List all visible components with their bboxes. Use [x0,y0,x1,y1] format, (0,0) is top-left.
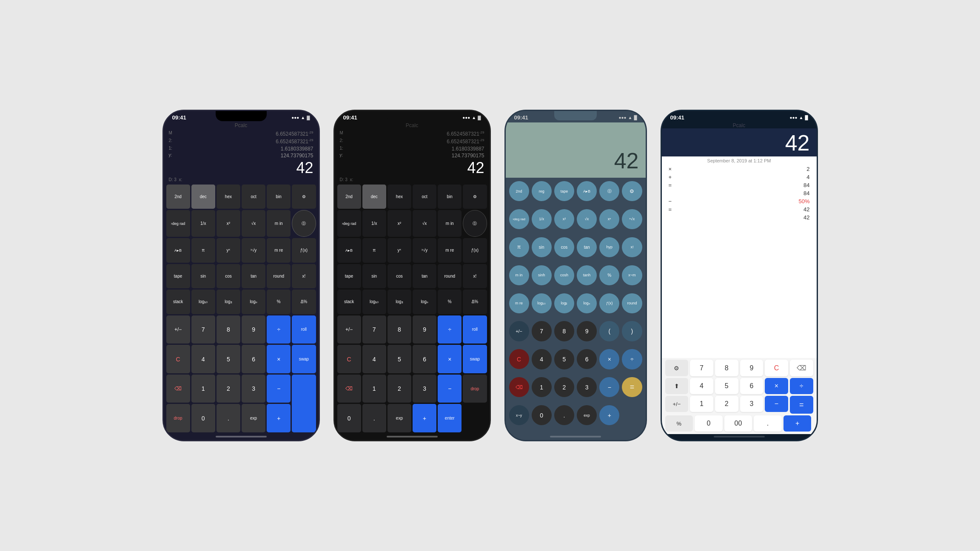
btn-nrty-2[interactable]: ʸ√y [413,238,436,263]
btn-sq-3[interactable]: x² [554,209,574,229]
btn-sub-2[interactable]: − [438,375,462,403]
btn-sub-1[interactable]: − [267,375,291,403]
btn-bin-1[interactable]: bin [267,185,291,209]
btn-cos-1[interactable]: cos [217,264,240,289]
btn-sin-3[interactable]: sin [532,237,552,257]
btn-roll-2[interactable]: roll [463,315,487,344]
btn-mul-2[interactable]: × [438,345,462,373]
btn-inv-2[interactable]: 1/x [362,210,386,237]
btn-1-3[interactable]: 1 [532,377,552,397]
btn-div-2[interactable]: ÷ [438,315,462,344]
btn-sqrt-2[interactable]: √x [413,210,436,237]
btn-dec-1[interactable]: dec [191,185,215,209]
btn-0-2[interactable]: 0 [337,404,361,432]
btn-div-1[interactable]: ÷ [267,315,291,344]
btn-9-4[interactable]: 9 [740,360,763,376]
btn-add-3[interactable]: + [599,405,619,425]
btn-inv-1[interactable]: 1/x [191,210,215,237]
btn-dot-4[interactable]: . [754,415,782,432]
btn-rparen-3[interactable]: ) [622,321,642,341]
btn-xm-3[interactable]: x~m [622,265,642,285]
btn-cosh-3[interactable]: cosh [554,265,574,285]
btn-pm-3[interactable]: +/− [509,321,529,341]
btn-sq-2[interactable]: x² [387,210,411,237]
btn-dpct-2[interactable]: Δ% [463,290,487,314]
btn-sin-2[interactable]: sin [362,264,386,289]
btn-add-2[interactable]: + [413,404,436,432]
btn-loge-1[interactable]: logₑ [242,290,265,314]
btn-loge-3[interactable]: logₑ [577,293,597,313]
btn-3-1[interactable]: 3 [242,375,265,403]
btn-fact-2[interactable]: x! [463,264,487,289]
btn-pm-1[interactable]: +/− [166,315,190,344]
btn-add-1[interactable]: + [267,404,291,432]
btn-stack-2[interactable]: stack [337,290,361,314]
btn-5-2[interactable]: 5 [387,345,411,373]
btn-9-3[interactable]: 9 [577,321,597,341]
btn-1-1[interactable]: 1 [191,375,215,403]
btn-dpct-1[interactable]: Δ% [292,290,316,314]
btn-mre-2[interactable]: m re [438,238,462,263]
btn-mul-4[interactable]: × [765,378,788,394]
btn-back-3[interactable]: ⌫ [509,377,529,397]
btn-pi-2[interactable]: π [362,238,386,263]
btn-c-2[interactable]: C [337,345,361,373]
btn-mre-1[interactable]: m re [267,238,291,263]
btn-3-4[interactable]: 3 [740,396,763,412]
btn-tan-3[interactable]: tan [577,237,597,257]
btn-back-1[interactable]: ⌫ [166,375,190,403]
btn-6-3[interactable]: 6 [577,349,597,369]
btn-stack-1[interactable]: stack [166,290,190,314]
btn-c-1[interactable]: C [166,345,190,373]
btn-oct-2[interactable]: oct [413,185,436,209]
btn-mre-3[interactable]: m re [509,293,529,313]
btn-tan-2[interactable]: tan [413,264,436,289]
btn-swap-1[interactable]: swap [292,345,316,373]
btn-2nd-3[interactable]: 2nd [509,181,529,201]
btn-0-1[interactable]: 0 [191,404,215,432]
btn-2nd-2[interactable]: 2nd [337,185,361,209]
btn-dot-3[interactable]: . [554,405,574,425]
btn-ab-1[interactable]: A▸B [166,238,190,263]
btn-yx-2[interactable]: yˣ [387,238,411,263]
btn-cos-3[interactable]: cos [554,237,574,257]
btn-roll-1[interactable]: roll [292,315,316,344]
btn-hex-1[interactable]: hex [217,185,240,209]
btn-drop-2[interactable]: drop [463,375,487,403]
btn-eq-4[interactable]: = [790,396,813,414]
btn-3-3[interactable]: 3 [577,377,597,397]
btn-min-1[interactable]: m in [267,210,291,237]
btn-hyp-3[interactable]: hyp [599,237,619,257]
btn-6-1[interactable]: 6 [242,345,265,373]
btn-nrtx-3[interactable]: ⁿ√x [622,209,642,229]
btn-mul-1[interactable]: × [267,345,291,373]
btn-pm-2[interactable]: +/− [337,315,361,344]
btn-sqrt-3[interactable]: √x [577,209,597,229]
btn-8-4[interactable]: 8 [715,360,738,376]
btn-tan-1[interactable]: tan [242,264,265,289]
btn-mul-3[interactable]: × [599,349,619,369]
btn-fact-1[interactable]: x! [292,264,316,289]
btn-log10-3[interactable]: log₁₀ [532,293,552,313]
btn-log10-2[interactable]: log₁₀ [362,290,386,314]
btn-circle42-2[interactable]: ⓪ [463,210,487,237]
btn-8-3[interactable]: 8 [554,321,574,341]
btn-pct-3[interactable]: % [599,265,619,285]
btn-fx-2[interactable]: ƒ(x) [463,238,487,263]
btn-log10-1[interactable]: log₁₀ [191,290,215,314]
btn-exp-2[interactable]: exp [387,404,411,432]
btn-circle42-1[interactable]: ⓪ [292,210,316,237]
btn-7-1[interactable]: 7 [191,315,215,344]
btn-pi-1[interactable]: π [191,238,215,263]
btn-1-2[interactable]: 1 [362,375,386,403]
btn-sin-1[interactable]: sin [191,264,215,289]
btn-xn-3[interactable]: xⁿ [599,209,619,229]
btn-cos-2[interactable]: cos [387,264,411,289]
btn-log2-1[interactable]: log₂ [217,290,240,314]
btn-back-4[interactable]: ⌫ [790,360,813,376]
btn-settings-4[interactable]: ⚙ [665,360,689,376]
btn-yx-1[interactable]: yˣ [217,238,240,263]
btn-hex-2[interactable]: hex [387,185,411,209]
btn-6-2[interactable]: 6 [413,345,436,373]
btn-div-3[interactable]: ÷ [622,349,642,369]
